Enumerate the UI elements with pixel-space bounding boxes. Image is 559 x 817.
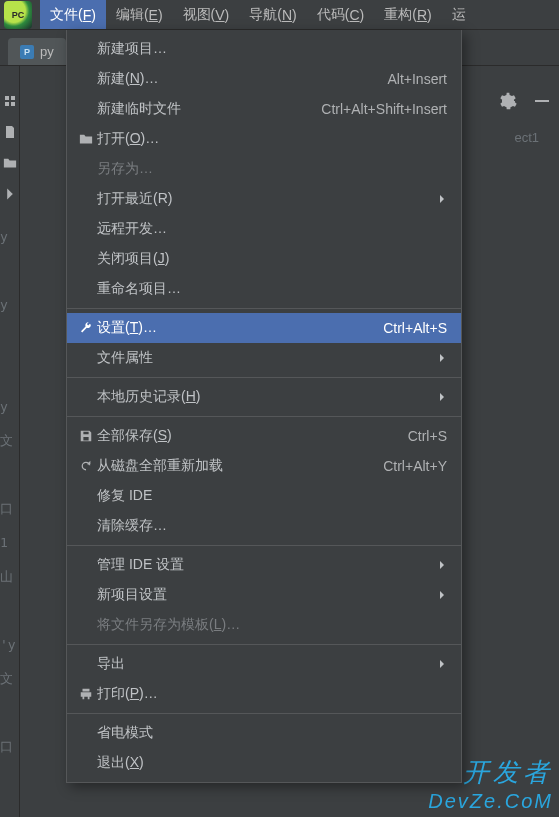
menu-R[interactable]: 重构(R) bbox=[374, 0, 441, 29]
print-icon bbox=[75, 687, 97, 701]
python-file-icon: P bbox=[20, 45, 34, 59]
title-bar: 文件(F)编辑(E)视图(V)导航(N)代码(C)重构(R)运 bbox=[0, 0, 559, 30]
right-toolbar bbox=[499, 92, 551, 113]
menu-item-label: 管理 IDE 设置 bbox=[97, 556, 184, 574]
menu-运[interactable]: 运 bbox=[442, 0, 476, 29]
shortcut-label: Ctrl+Alt+Shift+Insert bbox=[321, 101, 447, 117]
menu-item-另存为…: 另存为… bbox=[67, 154, 461, 184]
menu-item-label: 清除缓存… bbox=[97, 517, 167, 535]
menu-item-全部保存[interactable]: 全部保存(S)Ctrl+S bbox=[67, 421, 461, 451]
menu-item-label: 新建(N)… bbox=[97, 70, 158, 88]
menu-bar: 文件(F)编辑(E)视图(V)导航(N)代码(C)重构(R)运 bbox=[40, 0, 476, 29]
menu-item-管理 IDE 设置[interactable]: 管理 IDE 设置 bbox=[67, 550, 461, 580]
menu-item-label: 全部保存(S) bbox=[97, 427, 172, 445]
menu-item-label: 新建项目… bbox=[97, 40, 167, 58]
menu-C[interactable]: 代码(C) bbox=[307, 0, 374, 29]
menu-item-label: 导出 bbox=[97, 655, 125, 673]
menu-item-省电模式[interactable]: 省电模式 bbox=[67, 718, 461, 748]
editor-tab[interactable]: P py bbox=[8, 38, 66, 65]
menu-item-label: 文件属性 bbox=[97, 349, 153, 367]
menu-item-打开最近[interactable]: 打开最近(R) bbox=[67, 184, 461, 214]
menu-item-新建[interactable]: 新建(N)…Alt+Insert bbox=[67, 64, 461, 94]
menu-item-label: 新建临时文件 bbox=[97, 100, 181, 118]
menu-item-label: 打印(P)… bbox=[97, 685, 158, 703]
shortcut-label: Ctrl+Alt+S bbox=[383, 320, 447, 336]
menu-item-label: 从磁盘全部重新加载 bbox=[97, 457, 223, 475]
chevron-right-icon[interactable] bbox=[3, 187, 17, 204]
shortcut-label: Ctrl+Alt+Y bbox=[383, 458, 447, 474]
menu-item-label: 修复 IDE bbox=[97, 487, 152, 505]
structure-icon[interactable] bbox=[3, 94, 17, 111]
menu-item-设置[interactable]: 设置(T)…Ctrl+Alt+S bbox=[67, 313, 461, 343]
app-icon bbox=[4, 1, 32, 29]
menu-item-退出[interactable]: 退出(X) bbox=[67, 748, 461, 778]
menu-item-文件属性[interactable]: 文件属性 bbox=[67, 343, 461, 373]
menu-item-关闭项目[interactable]: 关闭项目(J) bbox=[67, 244, 461, 274]
menu-item-label: 退出(X) bbox=[97, 754, 144, 772]
menu-item-新建临时文件[interactable]: 新建临时文件Ctrl+Alt+Shift+Insert bbox=[67, 94, 461, 124]
menu-item-打开[interactable]: 打开(O)… bbox=[67, 124, 461, 154]
minimize-icon[interactable] bbox=[533, 92, 551, 113]
menu-separator bbox=[67, 308, 461, 309]
reload-icon bbox=[75, 459, 97, 473]
menu-F[interactable]: 文件(F) bbox=[40, 0, 106, 29]
menu-item-修复 IDE[interactable]: 修复 IDE bbox=[67, 481, 461, 511]
menu-item-label: 打开最近(R) bbox=[97, 190, 172, 208]
chevron-right-icon bbox=[437, 656, 447, 672]
menu-item-label: 打开(O)… bbox=[97, 130, 159, 148]
menu-item-将文件另存为模板: 将文件另存为模板(L)… bbox=[67, 610, 461, 640]
menu-item-label: 设置(T)… bbox=[97, 319, 157, 337]
menu-separator bbox=[67, 644, 461, 645]
shortcut-label: Ctrl+S bbox=[408, 428, 447, 444]
file-icon[interactable] bbox=[3, 125, 17, 142]
menu-item-远程开发…[interactable]: 远程开发… bbox=[67, 214, 461, 244]
watermark-line2: DevZe.CoM bbox=[428, 790, 553, 813]
menu-item-label: 将文件另存为模板(L)… bbox=[97, 616, 240, 634]
folder-icon[interactable] bbox=[3, 156, 17, 173]
menu-item-label: 本地历史记录(H) bbox=[97, 388, 200, 406]
menu-item-本地历史记录[interactable]: 本地历史记录(H) bbox=[67, 382, 461, 412]
tab-label: py bbox=[40, 44, 54, 59]
menu-separator bbox=[67, 377, 461, 378]
chevron-right-icon bbox=[437, 389, 447, 405]
menu-item-新建项目…[interactable]: 新建项目… bbox=[67, 34, 461, 64]
file-menu-dropdown: 新建项目…新建(N)…Alt+Insert新建临时文件Ctrl+Alt+Shif… bbox=[66, 30, 462, 783]
menu-item-label: 重命名项目… bbox=[97, 280, 181, 298]
menu-item-打印[interactable]: 打印(P)… bbox=[67, 679, 461, 709]
menu-item-label: 远程开发… bbox=[97, 220, 167, 238]
menu-N[interactable]: 导航(N) bbox=[239, 0, 306, 29]
save-icon bbox=[75, 429, 97, 443]
menu-item-label: 省电模式 bbox=[97, 724, 153, 742]
chevron-right-icon bbox=[437, 350, 447, 366]
gear-icon[interactable] bbox=[499, 92, 517, 113]
menu-V[interactable]: 视图(V) bbox=[173, 0, 240, 29]
editor-background: yyy文口1山'y文口 bbox=[0, 220, 16, 764]
menu-item-label: 关闭项目(J) bbox=[97, 250, 169, 268]
chevron-right-icon bbox=[437, 557, 447, 573]
menu-E[interactable]: 编辑(E) bbox=[106, 0, 173, 29]
menu-item-从磁盘全部重新加载[interactable]: 从磁盘全部重新加载Ctrl+Alt+Y bbox=[67, 451, 461, 481]
menu-item-导出[interactable]: 导出 bbox=[67, 649, 461, 679]
wrench-icon bbox=[75, 321, 97, 335]
menu-item-新项目设置[interactable]: 新项目设置 bbox=[67, 580, 461, 610]
chevron-right-icon bbox=[437, 191, 447, 207]
chevron-right-icon bbox=[437, 587, 447, 603]
folder-icon bbox=[75, 132, 97, 146]
menu-item-清除缓存…[interactable]: 清除缓存… bbox=[67, 511, 461, 541]
menu-separator bbox=[67, 713, 461, 714]
menu-item-label: 另存为… bbox=[97, 160, 153, 178]
menu-item-label: 新项目设置 bbox=[97, 586, 167, 604]
project-label: ect1 bbox=[514, 130, 539, 145]
shortcut-label: Alt+Insert bbox=[387, 71, 447, 87]
menu-separator bbox=[67, 545, 461, 546]
menu-separator bbox=[67, 416, 461, 417]
menu-item-重命名项目…[interactable]: 重命名项目… bbox=[67, 274, 461, 304]
